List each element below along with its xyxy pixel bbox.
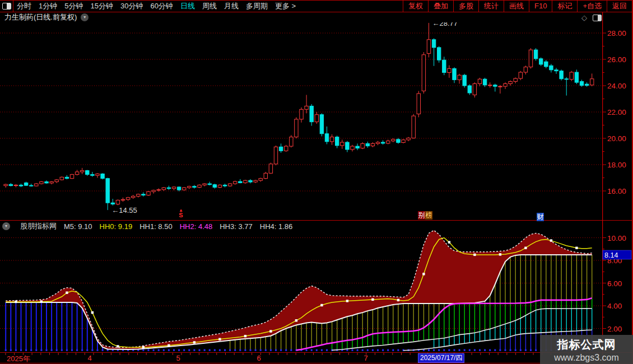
period-tab-7[interactable]: 周线	[202, 1, 217, 11]
date-ticks	[0, 353, 633, 363]
svg-text:26.00: 26.00	[607, 55, 626, 64]
period-tab-10[interactable]: 更多 >	[275, 1, 296, 11]
svg-text:6.00: 6.00	[607, 279, 622, 288]
chevron-down-icon: ▼	[83, 15, 87, 20]
indicator-value-5: HH4: 1.86	[260, 222, 293, 231]
period-tab-9[interactable]: 多周期	[246, 1, 268, 11]
indicator-chart[interactable]	[0, 220, 602, 352]
indicator-value-1: HH0: 9.19	[100, 222, 133, 231]
tool-button-0[interactable]: 复权	[403, 0, 428, 12]
date-axis: 2025年45678	[0, 353, 633, 363]
indicator-collapse-button[interactable]: ▼	[2, 222, 10, 230]
date-label-2: 5	[176, 354, 180, 362]
window-layout-button[interactable]	[0, 0, 13, 12]
window-layout-icon	[2, 3, 11, 10]
svg-text:28.00: 28.00	[607, 29, 626, 38]
trading-terminal-window: 分时1分钟5分钟15分钟30分钟60分钟日线周线月线多周期更多 > 复权叠加多股…	[0, 0, 633, 364]
panel-toggle-button[interactable]	[593, 15, 602, 21]
period-tab-6[interactable]: 日线	[180, 1, 195, 11]
ranking-badge[interactable]: 别榜	[418, 211, 432, 220]
panel-toggle-icon	[593, 15, 602, 21]
period-tab-0[interactable]: 分时	[17, 1, 31, 11]
date-label-3: 6	[257, 354, 260, 362]
page-title: 力生制药(日线.前复权)	[4, 12, 77, 22]
indicator-value-3: HH2: 4.48	[180, 222, 213, 231]
indicator-value-4: HH3: 3.77	[220, 222, 253, 231]
svg-text:2.00: 2.00	[607, 325, 622, 333]
svg-text:8.14: 8.14	[604, 251, 618, 259]
period-tab-2[interactable]: 5分钟	[64, 1, 83, 11]
tool-button-4[interactable]: 画线	[504, 0, 529, 12]
tool-button-3[interactable]: 统计	[478, 0, 504, 12]
period-toolbar: 分时1分钟5分钟15分钟30分钟60分钟日线周线月线多周期更多 >	[17, 0, 296, 12]
period-tab-3[interactable]: 15分钟	[90, 1, 113, 11]
indicator-header: ▼ 股朋指标网 M5: 9.10HH0: 9.19HH1: 8.50HH2: 4…	[2, 222, 292, 231]
tools-toolbar: 复权叠加多股统计画线F10标记+自选返回	[403, 0, 632, 12]
selected-date-badge: 2025/07/17/四	[418, 353, 464, 363]
svg-text:20.00: 20.00	[607, 134, 626, 143]
price-axis: 28.0026.0024.0022.0020.0018.0016.0010.00…	[602, 12, 633, 364]
indicator-value-0: M5: 9.10	[64, 222, 92, 231]
period-tab-8[interactable]: 月线	[224, 1, 239, 11]
candlestick-chart[interactable]: ←28.77←14.55	[0, 22, 602, 220]
ranking-badge-char-1: 榜	[425, 211, 432, 220]
date-label-1: 4	[87, 354, 91, 362]
tool-button-6[interactable]: 标记	[552, 0, 577, 12]
period-tab-5[interactable]: 60分钟	[150, 1, 173, 11]
period-tab-1[interactable]: 1分钟	[39, 1, 57, 11]
tool-button-8[interactable]: 返回	[607, 0, 632, 12]
indicator-source-label: 股朋指标网	[20, 221, 57, 231]
svg-text:←28.77: ←28.77	[432, 22, 458, 27]
tool-button-2[interactable]: 多股	[453, 0, 478, 12]
svg-text:22.00: 22.00	[607, 108, 626, 116]
financial-report-badge-char: 财	[537, 213, 544, 221]
svg-text:16.00: 16.00	[607, 187, 626, 195]
date-label-4: 7	[364, 354, 367, 362]
indicator-value-2: HH1: 8.50	[139, 222, 173, 231]
chevron-down-icon: ▼	[4, 223, 8, 228]
tool-button-5[interactable]: F10	[529, 0, 552, 12]
site-watermark: 指标公式网 www.zbgs3.com	[540, 335, 633, 364]
title-collapse-button[interactable]: ▼	[81, 13, 89, 21]
tool-button-7[interactable]: +自选	[577, 0, 607, 12]
dividend-marker[interactable]: ▲ S	[177, 208, 185, 218]
window-bottom-border	[0, 363, 633, 363]
diamond-icon[interactable]: ◇	[581, 13, 587, 22]
svg-text:24.00: 24.00	[607, 82, 626, 90]
svg-text:4.00: 4.00	[607, 302, 622, 310]
financial-report-badge[interactable]: 财	[537, 211, 544, 221]
svg-text:18.00: 18.00	[607, 161, 626, 169]
svg-text:10.00: 10.00	[607, 234, 626, 242]
period-tab-4[interactable]: 30分钟	[120, 1, 143, 11]
tool-button-1[interactable]: 叠加	[428, 0, 453, 12]
ranking-badge-char-0: 别	[418, 211, 425, 220]
watermark-title: 指标公式网	[540, 337, 633, 352]
toolbar-divider	[0, 12, 633, 12]
watermark-url: www.zbgs3.com	[540, 353, 633, 363]
svg-text:←14.55: ←14.55	[111, 206, 137, 214]
